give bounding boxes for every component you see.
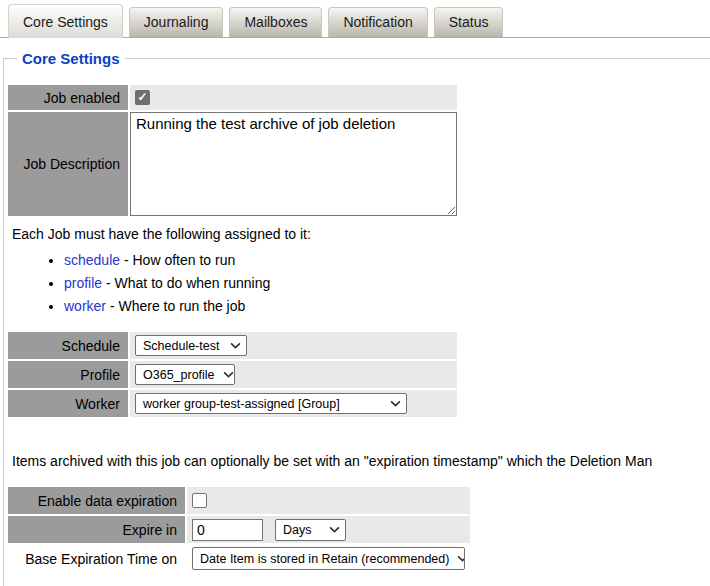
profile-cell: O365_profile [130,361,457,388]
tab-strip: Core Settings Journaling Mailboxes Notif… [0,0,710,38]
worker-select-value: worker group-test-assigned [Group] [143,397,340,411]
chevron-down-icon [230,342,241,349]
core-settings-panel: Core Settings Job enabled ✓ Job Descript… [3,50,710,586]
enable-expiration-label: Enable data expiration [8,487,185,514]
list-item-text: - Where to run the job [106,298,245,314]
worker-label: Worker [8,390,128,417]
worker-link[interactable]: worker [64,298,106,314]
job-description-textarea[interactable]: Running the test archive of job deletion [130,112,457,216]
profile-link[interactable]: profile [64,275,102,291]
expiration-table: Enable data expiration Expire in Days Ba… [8,487,710,572]
job-enabled-cell: ✓ [130,85,457,110]
profile-row: Profile O365_profile [8,361,710,388]
list-item: worker - Where to run the job [64,296,710,316]
worker-select[interactable]: worker group-test-assigned [Group] [135,393,407,414]
job-description-row: Job Description Running the test archive… [8,112,710,216]
chevron-down-icon [390,400,401,407]
profile-label: Profile [8,361,128,388]
job-enabled-checkbox[interactable]: ✓ [135,90,150,105]
list-item: schedule - How often to run [64,250,710,270]
tab-journaling[interactable]: Journaling [129,7,224,37]
expire-unit-value: Days [283,523,311,537]
job-enabled-label: Job enabled [8,85,128,110]
expire-in-cell: Days [187,516,470,543]
enable-expiration-cell [187,487,470,514]
schedule-link[interactable]: schedule [64,252,120,268]
tab-notification[interactable]: Notification [328,7,427,37]
job-description-label: Job Description [8,112,128,216]
assignment-table: Schedule Schedule-test Profile O365_prof… [8,332,710,417]
tab-status[interactable]: Status [434,7,504,37]
assigned-intro-text: Each Job must have the following assigne… [12,226,710,242]
profile-select[interactable]: O365_profile [135,364,235,385]
expire-in-row: Expire in Days [8,516,710,543]
tab-mailboxes[interactable]: Mailboxes [229,7,322,37]
schedule-row: Schedule Schedule-test [8,332,710,359]
tab-core-settings[interactable]: Core Settings [8,4,123,38]
enable-expiration-checkbox[interactable] [192,493,207,508]
base-expiration-label: Base Expiration Time on [8,545,185,572]
expiration-intro-text: Items archived with this job can optiona… [12,453,710,469]
expire-unit-select[interactable]: Days [275,519,346,541]
job-settings-table: Job enabled ✓ Job Description Running th… [8,85,710,216]
list-item: profile - What to do when running [64,273,710,293]
base-expiration-cell: Date Item is stored in Retain (recommend… [187,545,470,572]
panel-legend: Core Settings [17,50,125,67]
expire-in-label: Expire in [8,516,185,543]
enable-expiration-row: Enable data expiration [8,487,710,514]
base-expiration-row: Base Expiration Time on Date Item is sto… [8,545,710,572]
list-item-text: - What to do when running [102,275,270,291]
schedule-cell: Schedule-test [130,332,457,359]
expire-in-input[interactable] [192,519,263,541]
assigned-list: schedule - How often to run profile - Wh… [8,250,710,316]
worker-row: Worker worker group-test-assigned [Group… [8,390,710,417]
schedule-label: Schedule [8,332,128,359]
base-expiration-select[interactable]: Date Item is stored in Retain (recommend… [192,547,465,570]
schedule-select[interactable]: Schedule-test [135,335,247,356]
list-item-text: - How often to run [120,252,235,268]
profile-select-value: O365_profile [143,368,215,382]
base-expiration-value: Date Item is stored in Retain (recommend… [200,552,449,566]
chevron-down-icon [223,371,234,378]
worker-cell: worker group-test-assigned [Group] [130,390,457,417]
chevron-down-icon [457,555,465,562]
schedule-select-value: Schedule-test [143,339,219,353]
chevron-down-icon [329,526,340,533]
job-enabled-row: Job enabled ✓ [8,85,710,110]
